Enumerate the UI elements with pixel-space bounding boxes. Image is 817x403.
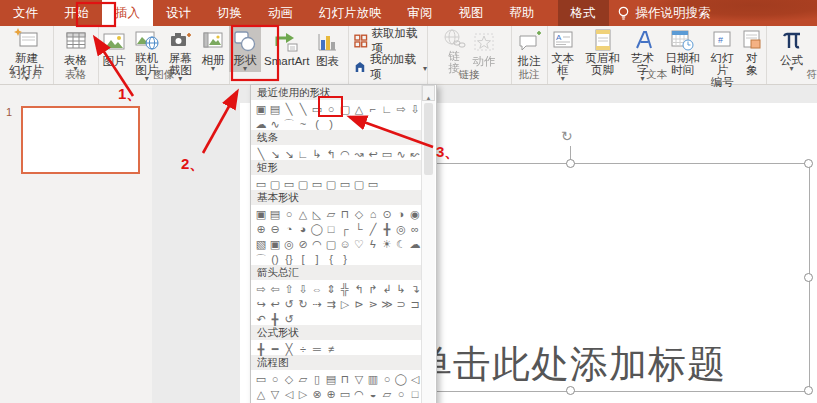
shape-icon[interactable]: ◒ [366,387,380,402]
my-addins-button[interactable]: 我的加载项 [354,57,427,77]
shape-icon[interactable]: ▭ [380,147,394,162]
shape-icon[interactable]: ○ [394,387,408,402]
resize-handle-bottom[interactable] [566,386,575,395]
shape-icon[interactable]: ~ [296,117,310,132]
shape-icon[interactable]: ∿ [394,147,408,162]
shape-icon[interactable]: ◠ [352,387,366,402]
shape-icon[interactable]: □ [408,387,421,402]
scrollbar-thumb[interactable] [424,103,433,175]
equation-button[interactable]: 公式 [777,26,807,72]
shape-icon[interactable]: ) [324,117,338,132]
shape-icon[interactable]: △ [352,102,366,117]
shape-icon[interactable]: ⇉ [324,297,338,312]
resize-handle-bottom-right[interactable] [804,386,813,395]
shape-icon[interactable]: ⌒ [282,117,296,132]
scroll-up-icon[interactable] [422,85,435,101]
shape-icon[interactable]: △ [254,387,268,402]
shape-icon[interactable]: ÷ [296,342,310,357]
shape-icon[interactable]: ⇨ [394,102,408,117]
shape-icon[interactable]: ⊐ [408,297,421,312]
shape-icon[interactable]: } [338,252,352,267]
shape-icon[interactable]: ↘ [282,147,296,162]
shape-icon[interactable]: ▷ [338,297,352,312]
tab-1[interactable]: 开始 [51,0,102,26]
header-footer-button[interactable]: 页眉和页脚 [578,26,626,72]
wordart-button[interactable]: 艺术字 [627,26,658,72]
shape-icon[interactable]: ≫ [380,297,394,312]
tab-8[interactable]: 视图 [446,0,497,26]
shape-icon[interactable]: ◠ [338,147,352,162]
shape-icon[interactable]: ▷ [296,387,310,402]
shape-icon[interactable]: { [324,252,338,267]
shape-icon[interactable]: ↻ [296,297,310,312]
shapes-dropdown-scrollbar[interactable] [421,85,435,403]
shape-icon[interactable]: ♡ [352,237,366,252]
new-slide-button[interactable]: 新建 幻灯片 [6,26,47,72]
shape-icon[interactable]: ⇩ [408,102,421,117]
tab-9[interactable]: 帮助 [497,0,548,26]
shape-icon[interactable]: ↜ [408,147,421,162]
shape-icon[interactable]: ∟ [380,102,394,117]
shape-icon[interactable]: ▢ [338,102,352,117]
comment-button[interactable]: 批注 [513,26,545,72]
tab-6[interactable]: 幻灯片放映 [306,0,395,26]
text-box-button[interactable]: A 文本框 [547,26,578,72]
shape-icon[interactable]: ☾ [394,237,408,252]
object-button[interactable]: 对象 [738,26,766,72]
tab-4[interactable]: 切换 [204,0,255,26]
tab-0[interactable]: 文件 [0,0,51,26]
tab-5[interactable]: 动画 [255,0,306,26]
online-pictures-button[interactable]: 联机图片 [130,26,164,72]
shape-icon[interactable]: ▱ [380,387,394,402]
shape-icon[interactable]: ═ [310,342,324,357]
tell-me-search[interactable]: 操作说明搜索 [609,0,719,26]
get-addins-button[interactable]: 获取加载项 [354,31,427,51]
screenshot-button[interactable]: 屏幕截图 [164,26,198,72]
shape-icon[interactable]: ⋗ [366,297,380,312]
shapes-button[interactable]: 形状 [229,26,261,72]
shape-icon[interactable]: ◁ [282,387,296,402]
resize-handle-top-right[interactable] [804,159,813,168]
shape-icon[interactable]: ϟ [366,237,380,252]
table-button[interactable]: 表格 [61,26,91,72]
shape-icon[interactable]: ↩ [366,147,380,162]
shape-icon[interactable]: ∟ [296,147,310,162]
shape-icon[interactable]: ▭ [366,177,380,192]
chart-button[interactable]: 图表 [312,26,342,72]
shape-icon[interactable]: ] [310,252,324,267]
tab-3[interactable]: 设计 [153,0,204,26]
slide-thumbnail[interactable] [21,106,140,174]
smartart-button[interactable]: SmartArt [261,26,312,72]
tab-2[interactable]: 插入 [102,0,153,26]
shape-icon[interactable]: ☀ [380,237,394,252]
slide-number-button[interactable]: # 幻灯片 编号 [707,26,738,72]
shape-icon[interactable]: ▭ [338,177,352,192]
shape-icon[interactable]: ⊃ [394,297,408,312]
shape-icon[interactable]: ≠ [324,342,338,357]
tab-7[interactable]: 审阅 [395,0,446,26]
resize-handle-top[interactable] [566,159,575,168]
shape-icon[interactable]: ↝ [352,147,366,162]
shape-icon[interactable]: ☁ [408,237,421,252]
shape-icon[interactable]: ( [310,117,324,132]
tab-10[interactable]: 格式 [558,0,609,26]
action-label: 动作 [473,55,496,67]
shape-icon[interactable]: ↰ [324,147,338,162]
picture-button[interactable]: 图片 [98,26,130,72]
date-time-button[interactable]: 日期和时间 [658,26,706,72]
shape-icon[interactable]: ⊳ [352,297,366,312]
resize-handle-right[interactable] [804,273,813,282]
photo-album-button[interactable]: 相册 [197,26,229,72]
shape-icon[interactable]: ▢ [352,177,366,192]
shape-icon[interactable]: ▭ [338,387,352,402]
shape-icon[interactable]: ⊕ [324,387,338,402]
shape-icon[interactable]: ⇢ [310,297,324,312]
shape-icon[interactable]: ⌐ [366,102,380,117]
rotate-handle-icon[interactable]: ↻ [561,128,573,144]
shape-icon[interactable]: ▭ [310,177,324,192]
shape-icon[interactable]: ⊗ [310,387,324,402]
shape-icon[interactable]: ↳ [310,147,324,162]
tell-me-label: 操作说明搜索 [636,5,711,22]
shape-icon[interactable]: ▽ [268,387,282,402]
shape-icon[interactable]: ▢ [324,177,338,192]
